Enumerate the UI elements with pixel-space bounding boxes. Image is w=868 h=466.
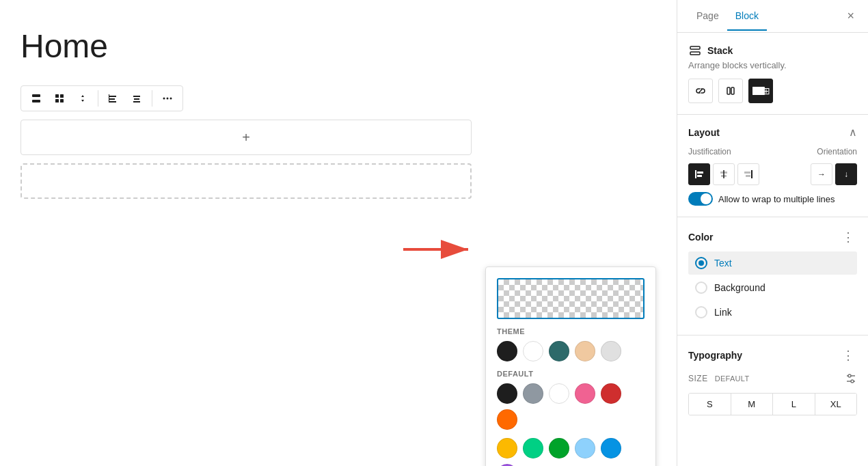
- color-option-text[interactable]: Text: [688, 251, 857, 275]
- move-icon: [77, 93, 88, 104]
- link-option-label: Link: [714, 307, 732, 318]
- svg-rect-9: [109, 94, 109, 102]
- typography-header: Typography ⋮: [688, 346, 857, 364]
- stack-link-button[interactable]: [688, 79, 713, 103]
- align-center-button[interactable]: [126, 89, 148, 108]
- color-more-button[interactable]: ⋮: [839, 228, 857, 246]
- typography-title: Typography: [688, 350, 742, 361]
- theme-swatch-teal[interactable]: [549, 341, 569, 361]
- svg-point-38: [851, 380, 854, 383]
- default-swatch-yellow[interactable]: [497, 438, 517, 458]
- background-radio: [695, 282, 707, 294]
- svg-rect-11: [134, 98, 139, 100]
- justify-center-button[interactable]: [713, 163, 735, 185]
- color-option-link[interactable]: Link: [688, 301, 857, 324]
- svg-point-36: [848, 374, 851, 377]
- orient-vertical-button[interactable]: ↓: [835, 163, 857, 185]
- theme-swatch-black[interactable]: [497, 341, 517, 361]
- orient-horizontal-button[interactable]: →: [811, 163, 832, 185]
- svg-rect-7: [109, 98, 115, 100]
- stack-layout-button[interactable]: [25, 89, 47, 108]
- color-option-background[interactable]: Background: [688, 276, 857, 299]
- toolbar-divider: [98, 90, 98, 107]
- justify-right-button[interactable]: [737, 163, 759, 185]
- default-swatch-red[interactable]: [601, 383, 621, 404]
- svg-rect-18: [690, 46, 700, 49]
- color-picker-popup: THEME DEFAULT: [485, 266, 656, 466]
- size-l-button[interactable]: L: [773, 394, 815, 415]
- default-swatch-white[interactable]: [549, 383, 569, 404]
- color-section: Color ⋮ Text Background Link: [677, 217, 868, 335]
- panel-header: Page Block ×: [677, 0, 868, 33]
- stack-separate-button[interactable]: [718, 79, 743, 103]
- block-toolbar: [21, 85, 183, 111]
- text-option-label: Text: [714, 258, 732, 269]
- default-swatch-lightblue[interactable]: [575, 438, 595, 458]
- grid-button[interactable]: [49, 89, 70, 108]
- tab-page[interactable]: Page: [688, 2, 727, 31]
- svg-rect-21: [731, 87, 734, 94]
- default-swatch-blue[interactable]: [601, 438, 621, 458]
- stack-header: Stack: [688, 44, 857, 57]
- link-icon: [695, 85, 706, 96]
- theme-swatch-lightgray[interactable]: [601, 341, 621, 361]
- default-swatch-gray[interactable]: [523, 383, 543, 404]
- page-title: Home: [21, 27, 656, 65]
- separate-icon: [725, 85, 736, 96]
- layout-buttons-row: → ↓: [688, 163, 857, 185]
- default-swatch-green[interactable]: [549, 438, 569, 458]
- adjust-icon: [845, 372, 857, 385]
- text-radio: [695, 257, 707, 269]
- arrow-svg: [396, 236, 478, 263]
- wrap-row: Allow to wrap to multiple lines: [688, 192, 857, 206]
- justify-right-icon: [744, 169, 753, 179]
- svg-rect-19: [690, 52, 700, 55]
- justify-left-icon: [694, 169, 704, 179]
- size-m-button[interactable]: M: [731, 394, 774, 415]
- theme-swatch-white[interactable]: [523, 341, 543, 361]
- size-xl-button[interactable]: XL: [815, 394, 857, 415]
- size-adjust-button[interactable]: [845, 372, 857, 385]
- svg-rect-6: [109, 96, 116, 97]
- color-section-header: Color ⋮: [688, 228, 857, 246]
- justify-center-icon: [719, 169, 729, 179]
- panel-close-button[interactable]: ×: [844, 6, 857, 26]
- move-button[interactable]: [72, 89, 94, 108]
- svg-rect-27: [697, 172, 703, 174]
- svg-rect-4: [55, 99, 59, 102]
- stack-fill-button[interactable]: ⊞: [748, 79, 773, 103]
- align-center-icon: [131, 93, 142, 104]
- add-block-button[interactable]: +: [21, 120, 472, 155]
- plus-icon: +: [242, 130, 250, 146]
- layout-collapse-button[interactable]: ∧: [849, 126, 857, 139]
- svg-rect-30: [720, 172, 727, 174]
- justification-controls: [688, 163, 759, 185]
- size-row: SIZE DEFAULT: [688, 372, 857, 385]
- color-preview[interactable]: [497, 278, 645, 319]
- stack-icon: [688, 44, 702, 57]
- default-swatch-mint[interactable]: [523, 438, 543, 458]
- svg-rect-3: [60, 94, 64, 98]
- justify-left-button[interactable]: [688, 163, 710, 185]
- arrow-indicator: [396, 236, 478, 263]
- tab-block[interactable]: Block: [727, 2, 767, 31]
- wrap-toggle[interactable]: [688, 192, 713, 206]
- default-swatch-pink[interactable]: [575, 383, 595, 404]
- size-s-button[interactable]: S: [689, 394, 731, 415]
- layout-title: Layout: [688, 127, 720, 138]
- stack-description: Arrange blocks vertically.: [688, 60, 857, 70]
- align-left-button[interactable]: [103, 89, 124, 108]
- wrap-label: Allow to wrap to multiple lines: [718, 194, 835, 204]
- layout-controls-row: Justification Orientation: [688, 147, 857, 156]
- size-label: SIZE: [688, 374, 708, 383]
- svg-rect-32: [751, 170, 752, 178]
- default-swatch-orange[interactable]: [497, 409, 517, 430]
- background-option-label: Background: [714, 282, 765, 293]
- theme-swatch-peach[interactable]: [575, 341, 595, 361]
- svg-rect-2: [55, 94, 59, 98]
- svg-rect-12: [133, 101, 140, 102]
- default-swatch-black[interactable]: [497, 383, 517, 404]
- typography-section: Typography ⋮ SIZE DEFAULT S M L XL: [677, 335, 868, 426]
- more-options-button[interactable]: [157, 89, 178, 108]
- typography-more-button[interactable]: ⋮: [839, 346, 857, 364]
